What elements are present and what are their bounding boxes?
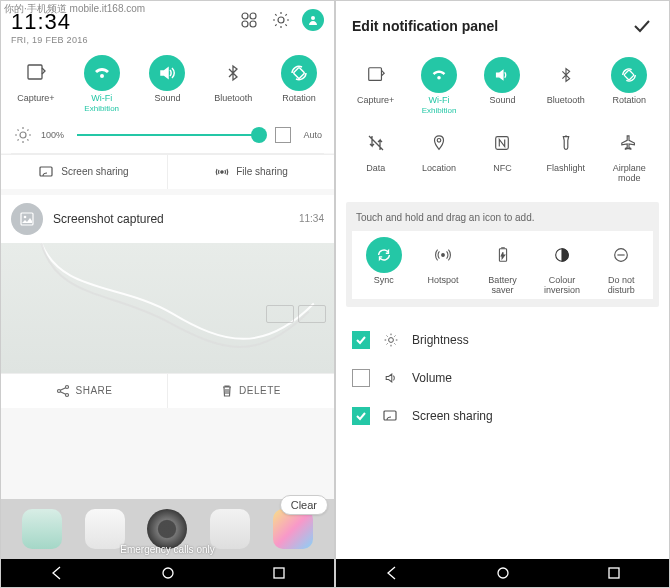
drag-tray: Touch and hold and drag an icon to add. … bbox=[346, 202, 659, 308]
svg-point-20 bbox=[437, 138, 441, 142]
svg-point-14 bbox=[65, 385, 68, 388]
qs-wifi[interactable]: Wi-Fi Exhibition bbox=[72, 55, 132, 113]
nav-recents-icon[interactable] bbox=[606, 565, 622, 581]
qs-rotation[interactable]: Rotation bbox=[269, 55, 329, 113]
page-title: Edit notification panel bbox=[352, 18, 498, 34]
qs-data[interactable]: Data bbox=[346, 125, 406, 184]
nav-recents-icon[interactable] bbox=[271, 565, 287, 581]
svg-rect-18 bbox=[368, 68, 381, 81]
phone-left-notification-panel: 11:34 FRI, 19 FEB 2016 Capture+ Wi-Fi Ex… bbox=[0, 0, 335, 588]
qs-sound[interactable]: Sound bbox=[137, 55, 197, 113]
check-volume[interactable]: Volume bbox=[344, 359, 661, 397]
phone-right-edit-panel: Edit notification panel Capture+ Wi-FiEx… bbox=[335, 0, 670, 588]
qs-capture[interactable]: Capture+ bbox=[346, 57, 406, 115]
image-icon bbox=[11, 203, 43, 235]
svg-point-16 bbox=[163, 568, 173, 578]
qs-bluetooth[interactable]: Bluetooth bbox=[203, 55, 263, 113]
quick-settings-row: Capture+ Wi-Fi Exhibition Sound Bluetoot… bbox=[1, 49, 334, 117]
nav-home-icon[interactable] bbox=[495, 565, 511, 581]
qs-battery-saver[interactable]: Battery saver bbox=[473, 237, 532, 296]
svg-point-15 bbox=[65, 393, 68, 396]
nav-back-icon[interactable] bbox=[49, 565, 65, 581]
sun-icon bbox=[382, 331, 400, 349]
svg-point-5 bbox=[311, 16, 315, 20]
qs-rotation[interactable]: Rotation bbox=[599, 57, 659, 115]
svg-point-3 bbox=[250, 21, 256, 27]
navigation-bar bbox=[1, 559, 334, 587]
qs-sync[interactable]: Sync bbox=[354, 237, 413, 296]
connections-icon[interactable] bbox=[238, 9, 260, 31]
qs-hotspot[interactable]: Hotspot bbox=[413, 237, 472, 296]
file-sharing-button[interactable]: File sharing bbox=[168, 155, 334, 189]
svg-point-12 bbox=[24, 216, 27, 219]
svg-point-13 bbox=[57, 389, 60, 392]
svg-rect-27 bbox=[384, 411, 396, 420]
svg-rect-17 bbox=[274, 568, 284, 578]
auto-brightness-checkbox[interactable] bbox=[275, 127, 291, 143]
profile-icon[interactable] bbox=[302, 9, 324, 31]
clear-button[interactable]: Clear bbox=[280, 495, 328, 515]
svg-rect-6 bbox=[28, 65, 42, 79]
svg-point-10 bbox=[221, 171, 223, 173]
cast-icon bbox=[382, 407, 400, 425]
svg-rect-9 bbox=[40, 167, 52, 176]
svg-point-4 bbox=[278, 17, 284, 23]
confirm-icon[interactable] bbox=[631, 15, 653, 37]
svg-point-1 bbox=[250, 13, 256, 19]
svg-point-2 bbox=[242, 21, 248, 27]
qs-location[interactable]: Location bbox=[409, 125, 469, 184]
svg-point-8 bbox=[20, 132, 26, 138]
volume-icon bbox=[382, 369, 400, 387]
svg-point-22 bbox=[442, 253, 445, 256]
notification-screenshot[interactable]: Screenshot captured 11:34 SHARE DELETE bbox=[1, 195, 334, 408]
svg-point-0 bbox=[242, 13, 248, 19]
svg-rect-29 bbox=[609, 568, 619, 578]
watermark: 你的·手机频道 mobile.it168.com bbox=[4, 2, 145, 16]
notification-preview bbox=[1, 243, 334, 373]
nav-back-icon[interactable] bbox=[384, 565, 400, 581]
svg-rect-7 bbox=[293, 67, 304, 78]
share-button[interactable]: SHARE bbox=[1, 374, 168, 408]
qs-nfc[interactable]: NFC bbox=[472, 125, 532, 184]
qs-bluetooth[interactable]: Bluetooth bbox=[536, 57, 596, 115]
emergency-text: Emergency calls only bbox=[1, 544, 334, 555]
nav-home-icon[interactable] bbox=[160, 565, 176, 581]
qs-sound[interactable]: Sound bbox=[472, 57, 532, 115]
check-screen-sharing[interactable]: Screen sharing bbox=[344, 397, 661, 435]
screen-sharing-button[interactable]: Screen sharing bbox=[1, 155, 168, 189]
qs-airplane[interactable]: Airplane mode bbox=[599, 125, 659, 184]
qs-wifi[interactable]: Wi-FiExhibition bbox=[409, 57, 469, 115]
qs-capture[interactable]: Capture+ bbox=[6, 55, 66, 113]
delete-button[interactable]: DELETE bbox=[168, 374, 334, 408]
svg-point-28 bbox=[498, 568, 508, 578]
svg-rect-11 bbox=[21, 213, 33, 225]
navigation-bar bbox=[336, 559, 669, 587]
qs-colour-inversion[interactable]: Colour inversion bbox=[532, 237, 591, 296]
svg-rect-19 bbox=[624, 70, 634, 80]
check-brightness[interactable]: Brightness bbox=[344, 321, 661, 359]
settings-icon[interactable] bbox=[270, 9, 292, 31]
qs-flashlight[interactable]: Flashlight bbox=[536, 125, 596, 184]
brightness-slider[interactable]: 100% Auto bbox=[1, 117, 334, 153]
svg-point-26 bbox=[389, 338, 394, 343]
qs-dnd[interactable]: Do not disturb bbox=[592, 237, 651, 296]
